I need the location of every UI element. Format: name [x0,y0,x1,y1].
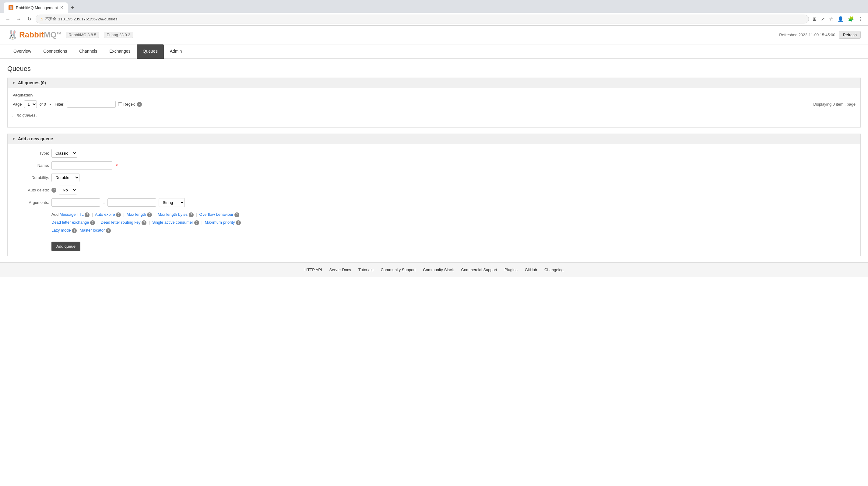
dead-letter-exchange-help-icon[interactable]: ? [90,220,95,225]
menu-icon[interactable]: ⋮ [857,15,864,23]
footer-link-github[interactable]: GitHub [525,267,537,272]
name-row: Name: * [12,161,856,169]
nav-queues[interactable]: Queues [137,44,164,59]
regex-help-icon[interactable]: ? [137,102,142,107]
logo-mq-text: MQ [44,30,57,39]
all-queues-section: ▼ All queues (0) Pagination Page 1 of 0 … [7,77,861,128]
arg-value-input[interactable] [107,198,156,207]
url-display: 118.195.235.176:15672/#/queues [58,17,117,21]
filter-input[interactable] [67,101,116,108]
overflow-behaviour-help-icon[interactable]: ? [235,213,239,217]
arg-link-maximum-priority[interactable]: Maximum priority [205,220,235,225]
reload-button[interactable]: ↻ [26,15,33,23]
security-warning-icon: ⚠ [40,17,43,21]
rabbitmq-version: RabbitMQ 3.8.5 [66,32,99,38]
max-length-help-icon[interactable]: ? [147,213,152,217]
single-active-consumer-help-icon[interactable]: ? [194,220,199,225]
regex-label[interactable]: Regex [118,102,135,106]
nav-admin[interactable]: Admin [164,44,188,59]
nav-channels[interactable]: Channels [73,44,103,59]
new-tab-button[interactable]: + [68,3,77,13]
footer-link-commercial-support[interactable]: Commercial Support [461,267,497,272]
dead-letter-routing-key-help-icon[interactable]: ? [142,220,147,225]
footer-link-tutorials[interactable]: Tutorials [358,267,373,272]
type-select[interactable]: Classic Quorum [52,149,77,158]
arg-link-dead-letter-exchange[interactable]: Dead letter exchange [52,220,89,225]
arg-type-select[interactable]: String Number Boolean [159,198,185,207]
arg-link-lazy-mode[interactable]: Lazy mode [52,228,71,232]
security-warning-text: 不安全 [45,17,56,22]
back-button[interactable]: ← [4,15,12,23]
bookmark-icon[interactable]: ☆ [828,15,835,23]
profile-icon[interactable]: 👤 [836,15,845,23]
arg-equals-sign: = [102,200,105,205]
forward-button[interactable]: → [14,15,23,23]
lazy-mode-help-icon[interactable]: ? [72,228,77,233]
collapse-arrow-icon: ▼ [12,80,16,85]
add-links-container: Add Message TTL ? | Auto expire ? | Max … [12,210,856,234]
arg-link-max-length-bytes[interactable]: Max length bytes [158,212,188,217]
message-ttl-help-icon[interactable]: ? [85,213,90,217]
footer-link-http-api[interactable]: HTTP API [305,267,322,272]
footer-link-server-docs[interactable]: Server Docs [330,267,351,272]
add-queue-label: Add a new queue [18,136,53,141]
arg-link-dead-letter-routing-key[interactable]: Dead letter routing key [101,220,141,225]
pagination-label: Pagination [12,93,856,97]
extension-icon[interactable]: 🧩 [847,15,855,23]
footer-link-community-support[interactable]: Community Support [380,267,415,272]
browser-tab[interactable]: 🐰 RabbitMQ Management × [4,2,68,13]
arg-link-auto-expire[interactable]: Auto expire [95,212,115,217]
arg-link-max-length[interactable]: Max length [127,212,146,217]
regex-checkbox[interactable] [118,102,122,106]
page-select[interactable]: 1 [24,100,37,108]
refresh-button[interactable]: Refresh [839,31,861,39]
footer-link-changelog[interactable]: Changelog [545,267,563,272]
durability-row: Durability: Durable Transient [12,173,856,182]
type-row: Type: Classic Quorum [12,149,856,158]
arg-link-single-active-consumer[interactable]: Single active consumer [152,220,193,225]
add-queue-button[interactable]: Add queue [52,241,81,251]
type-label: Type: [12,151,49,156]
footer: HTTP API Server Docs Tutorials Community… [0,262,868,277]
logo-rabbit-text: Rabbit [19,30,44,39]
erlang-version: Erlang 23.0.2 [104,32,133,38]
name-input[interactable] [52,161,112,169]
arguments-label: Arguments: [12,200,49,205]
nav-exchanges[interactable]: Exchanges [103,44,136,59]
arg-key-input[interactable] [52,198,100,207]
add-label: Add [52,212,58,217]
footer-link-community-slack[interactable]: Community Slack [423,267,454,272]
nav-overview[interactable]: Overview [7,44,37,59]
filter-label: Filter: [55,102,65,106]
tab-title: RabbitMQ Management [16,5,58,10]
share-icon[interactable]: ↗ [819,15,826,23]
arg-link-message-ttl[interactable]: Message TTL [60,212,84,217]
close-tab-button[interactable]: × [60,5,63,10]
footer-link-plugins[interactable]: Plugins [504,267,518,272]
maximum-priority-help-icon[interactable]: ? [236,220,241,225]
durability-select[interactable]: Durable Transient [52,173,80,182]
master-locator-help-icon[interactable]: ? [106,228,111,233]
arg-link-master-locator[interactable]: Master locator [80,228,105,232]
all-queues-header[interactable]: ▼ All queues (0) [7,77,861,88]
add-queue-arrow-icon: ▼ [12,137,16,141]
auto-expire-help-icon[interactable]: ? [116,213,121,217]
required-indicator: * [116,163,118,168]
add-queue-header[interactable]: ▼ Add a new queue [7,134,861,144]
all-queues-label: All queues (0) [18,80,46,85]
translate-icon[interactable]: ⊞ [811,15,818,23]
dash-separator: - [50,102,51,106]
of-label: of 0 [39,102,46,106]
auto-delete-select[interactable]: No Yes [59,186,77,194]
arg-link-overflow-behaviour[interactable]: Overflow behaviour [199,212,234,217]
favicon-icon: 🐰 [8,5,13,10]
address-bar[interactable]: ⚠ 不安全 118.195.235.176:15672/#/queues [36,14,809,24]
nav-connections[interactable]: Connections [37,44,73,59]
app-logo: 🐰 RabbitMQTM [7,30,61,40]
durability-label: Durability: [12,175,49,180]
name-label: Name: [12,163,49,168]
max-length-bytes-help-icon[interactable]: ? [189,213,194,217]
auto-delete-help-icon[interactable]: ? [52,188,56,193]
add-queue-section: ▼ Add a new queue Type: Classic Quorum N… [7,134,861,256]
regex-text: Regex [123,102,135,106]
